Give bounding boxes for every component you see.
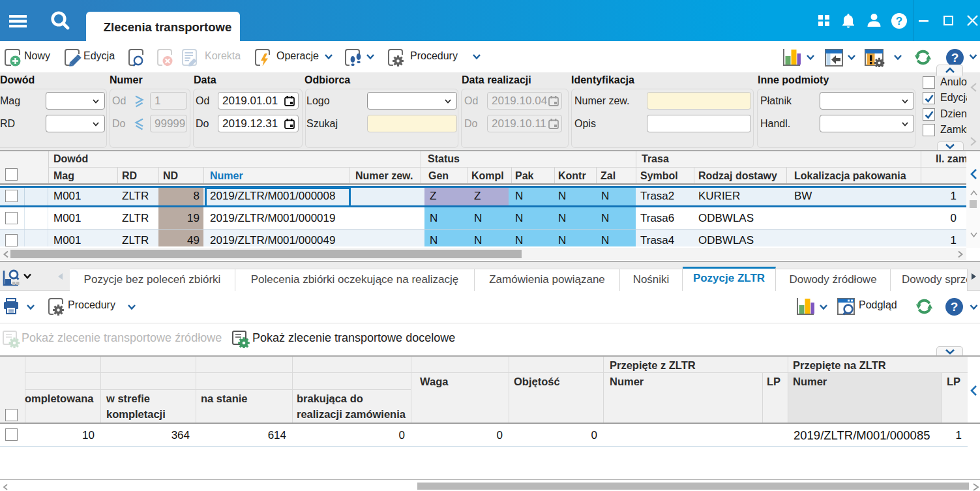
svg-text:?: ?: [951, 51, 959, 65]
svg-text:?: ?: [951, 300, 958, 314]
svg-text:?: ?: [896, 15, 902, 27]
